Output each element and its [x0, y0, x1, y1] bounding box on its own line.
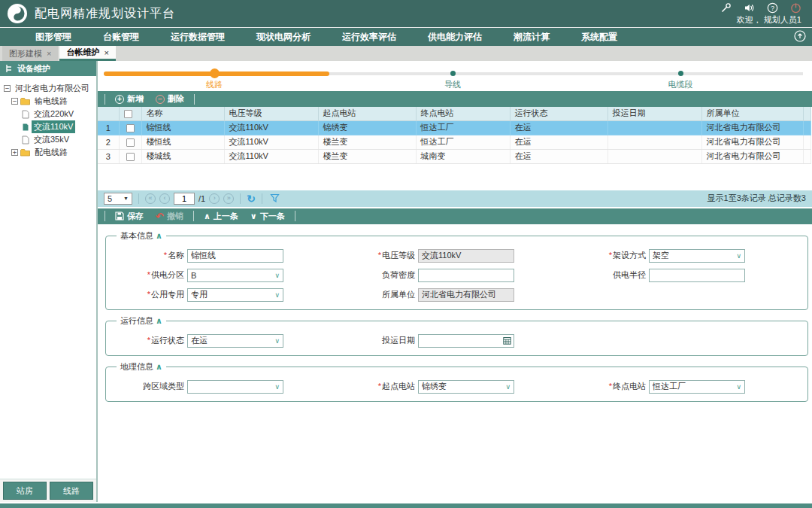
header-commission-date[interactable]: 投运日期: [607, 107, 701, 120]
first-page-button[interactable]: «: [145, 193, 156, 204]
collapse-section-icon[interactable]: ∧: [156, 316, 162, 325]
cell-status[interactable]: 在运: [510, 149, 607, 163]
tab-graphic-modeling[interactable]: 图形建模 ×: [2, 46, 58, 61]
undo-button[interactable]: ↶ 撤销: [150, 211, 189, 222]
table-row[interactable]: 3 楼城线 交流110kV 楼兰变 城南变 在运 河北省电力有限公司: [98, 149, 810, 163]
menu-item-supply-capacity[interactable]: 供电能力评估: [412, 28, 498, 47]
step-label-cable-section[interactable]: 电缆段: [668, 79, 693, 90]
cell-end-station[interactable]: 恒达工厂: [416, 135, 510, 149]
menu-item-graphics[interactable]: 图形管理: [20, 28, 87, 47]
public-private-select[interactable]: 专用 ∨: [187, 288, 283, 302]
cell-org[interactable]: 河北省电力有限公司: [701, 120, 803, 135]
row-checkbox-cell[interactable]: [119, 135, 141, 149]
tree-node-label[interactable]: 交流220kV: [32, 108, 76, 120]
header-status[interactable]: 运行状态: [510, 107, 607, 120]
refresh-icon[interactable]: ↻: [247, 193, 256, 204]
next-record-button[interactable]: ∨ 下一条: [245, 211, 290, 222]
close-icon[interactable]: ×: [104, 48, 108, 57]
commission-date-picker[interactable]: [418, 334, 514, 348]
row-checkbox[interactable]: [126, 124, 135, 132]
collapse-section-icon[interactable]: ∧: [156, 362, 162, 371]
filter-icon[interactable]: [268, 193, 281, 203]
tree-node-label[interactable]: 交流110kV: [32, 120, 75, 133]
help-icon[interactable]: ?: [767, 2, 778, 14]
close-icon[interactable]: ×: [47, 49, 51, 58]
tree-node-label[interactable]: 配电线路: [32, 146, 70, 159]
cell-start-station[interactable]: 楼兰变: [318, 149, 416, 163]
tree-node-label[interactable]: 输电线路: [32, 95, 70, 108]
select-all-checkbox[interactable]: [124, 110, 132, 118]
last-page-button[interactable]: »: [223, 193, 234, 204]
power-logout-icon[interactable]: [790, 2, 801, 14]
collapse-menu-button[interactable]: [794, 30, 806, 44]
supply-zone-select[interactable]: B ∨: [187, 269, 283, 282]
step-dot-line[interactable]: [210, 68, 220, 78]
cell-voltage[interactable]: 交流110kV: [224, 135, 318, 149]
row-checkbox[interactable]: [126, 153, 135, 161]
collapse-icon[interactable]: −: [4, 85, 11, 92]
row-checkbox-cell[interactable]: [119, 149, 141, 163]
header-org[interactable]: 所属单位: [701, 107, 803, 120]
tab-ledger-maintenance[interactable]: 台帐维护 ×: [59, 46, 115, 61]
save-button[interactable]: 保存: [110, 211, 149, 222]
run-status-select[interactable]: 在运 ∨: [187, 334, 283, 348]
menu-item-system-config[interactable]: 系统配置: [565, 28, 633, 47]
menu-item-power-flow[interactable]: 潮流计算: [498, 28, 565, 47]
cell-name[interactable]: 锦恒线: [141, 120, 224, 135]
table-row[interactable]: 2 楼恒线 交流110kV 楼兰变 恒达工厂 在运 河北省电力有限公司: [98, 135, 810, 149]
cell-end-station[interactable]: 恒达工厂: [416, 120, 510, 135]
step-label-conductor[interactable]: 导线: [444, 79, 461, 90]
expand-icon[interactable]: +: [11, 149, 18, 156]
erection-mode-select[interactable]: 架空 ∨: [649, 249, 745, 263]
station-house-button[interactable]: 站房: [3, 482, 47, 500]
header-name[interactable]: 名称: [141, 107, 224, 120]
menu-item-efficiency[interactable]: 运行效率评估: [326, 28, 412, 47]
page-number-input[interactable]: [174, 193, 195, 205]
cell-commission-date[interactable]: [607, 149, 701, 163]
delete-button[interactable]: − 删除: [150, 93, 189, 105]
tree-leaf-ac220kv[interactable]: 交流220kV: [2, 108, 94, 120]
tree-node-label[interactable]: 河北省电力有限公司: [13, 82, 92, 95]
row-checkbox-cell[interactable]: [119, 120, 141, 135]
cell-commission-date[interactable]: [607, 120, 701, 135]
cell-status[interactable]: 在运: [510, 135, 607, 149]
cell-voltage[interactable]: 交流110kV: [224, 149, 318, 163]
tree-node-transmission-lines[interactable]: − 输电线路: [2, 95, 94, 108]
header-checkbox[interactable]: [119, 107, 141, 120]
cell-end-station[interactable]: 城南变: [416, 149, 510, 163]
cell-start-station[interactable]: 锦绣变: [318, 120, 416, 135]
header-voltage[interactable]: 电压等级: [224, 107, 318, 120]
load-density-field[interactable]: [418, 269, 514, 282]
tree-node-label[interactable]: 交流35kV: [32, 133, 71, 146]
previous-record-button[interactable]: ∧ 上一条: [198, 211, 244, 222]
header-end-station[interactable]: 终点电站: [416, 107, 510, 120]
header-start-station[interactable]: 起点电站: [318, 107, 416, 120]
cell-org[interactable]: 河北省电力有限公司: [701, 135, 803, 149]
cell-name[interactable]: 楼恒线: [141, 135, 224, 149]
cross-region-select[interactable]: ∨: [187, 380, 283, 394]
tree-leaf-ac110kv[interactable]: 交流110kV: [2, 120, 94, 133]
speaker-icon[interactable]: [744, 2, 755, 14]
row-checkbox[interactable]: [126, 138, 135, 147]
name-field[interactable]: [187, 249, 283, 263]
collapse-section-icon[interactable]: ∧: [156, 231, 162, 240]
cell-name[interactable]: 楼城线: [141, 149, 224, 163]
menu-item-operation-data[interactable]: 运行数据管理: [155, 28, 241, 47]
tree-node-company[interactable]: − 河北省电力有限公司: [2, 82, 94, 95]
menu-item-grid-analysis[interactable]: 现状电网分析: [241, 28, 326, 47]
table-row[interactable]: 1 锦恒线 交流110kV 锦绣变 恒达工厂 在运 河北省电力有限公司: [98, 120, 810, 135]
step-dot-conductor[interactable]: [450, 71, 456, 76]
collapse-icon[interactable]: −: [11, 98, 18, 105]
page-size-select[interactable]: 5 ▼: [104, 193, 132, 205]
step-label-line[interactable]: 线路: [206, 79, 223, 90]
operation-info-legend[interactable]: 运行信息∧: [117, 315, 166, 327]
step-dot-cable-section[interactable]: [678, 71, 683, 76]
cell-voltage[interactable]: 交流110kV: [224, 120, 318, 135]
start-station-select[interactable]: 锦绣变 ∨: [418, 380, 514, 394]
line-button[interactable]: 线路: [50, 482, 93, 500]
end-station-select[interactable]: 恒达工厂 ∨: [649, 380, 745, 394]
cell-start-station[interactable]: 楼兰变: [318, 135, 416, 149]
tree-node-distribution-lines[interactable]: + 配电线路: [2, 146, 94, 159]
cell-commission-date[interactable]: [607, 135, 701, 149]
add-button[interactable]: + 新增: [110, 93, 149, 105]
